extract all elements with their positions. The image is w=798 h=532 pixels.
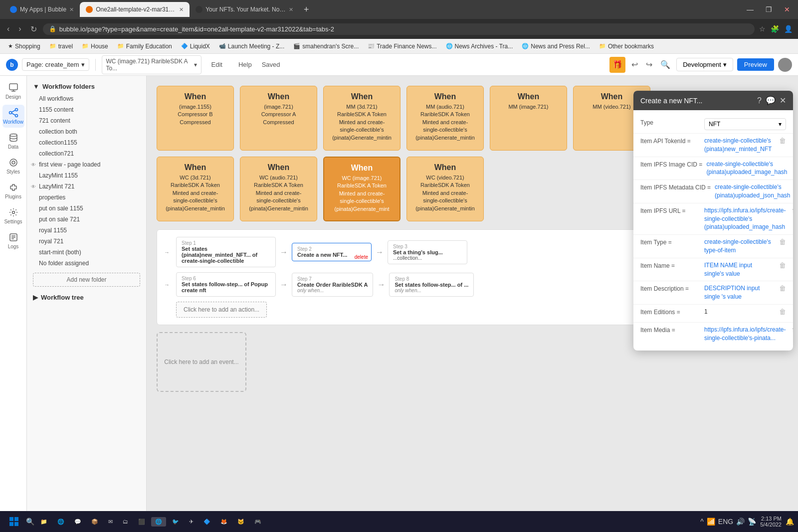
bookmark-star-icon[interactable]: ☆ <box>758 23 767 34</box>
wf-card-image1155-compressor-b[interactable]: When (image.1155)Compressor BCompressed <box>157 86 234 151</box>
modal-delete-7[interactable]: 🗑 <box>779 308 786 316</box>
tray-volume-icon[interactable]: 🔊 <box>736 518 745 526</box>
step-box-7[interactable]: Step 7 Create Order RaribleSDK A only wh… <box>292 273 373 297</box>
wc-selector[interactable]: WC (image.721) RaribleSDK A To... ▾ <box>102 55 201 74</box>
bookmark-launch-meeting[interactable]: 📹 Launch Meeting - Z... <box>215 42 288 51</box>
extensions-icon[interactable]: 🧩 <box>769 23 781 34</box>
put-on-sale-1155-lock-icon[interactable]: 🔒 <box>133 205 140 212</box>
collection-both-lock-icon[interactable]: 🔒 <box>133 129 140 135</box>
f721-edit-icon[interactable]: ✏ <box>127 118 131 124</box>
workflow-folders-header[interactable]: ▼ Workflow folders <box>27 80 146 93</box>
step-box-2[interactable]: Step 2 Create a new NFT... delete <box>292 243 372 261</box>
taskbar-icon-1[interactable]: 🔷 <box>200 517 214 527</box>
reload-button[interactable]: ↻ <box>27 22 40 36</box>
f1155-edit-icon[interactable]: ✏ <box>127 107 131 113</box>
tab-2[interactable]: One2all-template-v2-mar312022... ✕ <box>80 2 190 17</box>
profile-icon[interactable]: 👤 <box>783 23 794 34</box>
sidebar-item-collection-both[interactable]: collection both ✏ 🔒 <box>27 126 146 137</box>
minimize-button[interactable]: — <box>743 3 758 15</box>
modal-value-7[interactable]: 1 <box>704 308 773 316</box>
taskbar-telegram[interactable]: ✈ <box>185 517 198 527</box>
sidebar-item-collection1155[interactable]: collection1155 ✏ 🔒 <box>27 137 146 148</box>
wf-card-wc-3d721[interactable]: When WC (3d.721)RaribleSDK A TokenMinted… <box>157 157 234 221</box>
add-event-placeholder[interactable]: Click here to add an event... <box>157 332 246 392</box>
f721-lock-icon[interactable]: 🔒 <box>133 118 140 124</box>
taskbar-search-icon[interactable]: 🔍 <box>26 518 34 526</box>
bookmark-trade-finance[interactable]: 📰 Trade Finance News... <box>364 42 440 51</box>
wf-card-wc-image721-active[interactable]: When WC (image.721)RaribleSDK A TokenMin… <box>323 157 400 221</box>
sidebar-item-put-on-sale-721[interactable]: put on sale 721 ✏ 🔒 <box>27 214 146 225</box>
taskbar-icon-2[interactable]: 🦊 <box>216 517 231 527</box>
royal1155-lock-icon[interactable]: 🔒 <box>133 227 140 234</box>
sidebar-item-design[interactable]: Design <box>2 80 24 103</box>
taskbar-apps[interactable]: ⬛ <box>134 517 149 527</box>
step-box-3[interactable]: Step 3 Set a thing's slug... ...collecti… <box>388 240 467 264</box>
taskbar-icon-3[interactable]: 🐱 <box>233 517 248 527</box>
tab-2-close[interactable]: ✕ <box>179 6 184 13</box>
f1155-lock-icon[interactable]: 🔒 <box>133 107 140 113</box>
sidebar-item-put-on-sale-1155[interactable]: put on sale 1155 ✏ 🔒 <box>27 203 146 214</box>
modal-help-button[interactable]: ? <box>757 96 762 105</box>
step2-delete[interactable]: delete <box>355 254 368 260</box>
wf-card-mm-image721[interactable]: When MM (image.721) <box>490 86 567 151</box>
taskbar-mail[interactable]: ✉ <box>104 517 117 527</box>
sidebar-item-721-content[interactable]: 721 content ✏ 🔒 <box>27 115 146 126</box>
modal-close-button[interactable]: ✕ <box>780 96 786 105</box>
sidebar-item-properties[interactable]: properties ✏ 🔒 <box>27 192 146 203</box>
bookmark-press[interactable]: 🌐 News and Press Rel... <box>518 42 594 51</box>
sidebar-item-plugins[interactable]: Plugins <box>2 179 24 202</box>
sidebar-item-first-view[interactable]: 👁 first view - page loaded ✏ 🔒 <box>27 159 146 170</box>
lazymint721-lock-icon[interactable]: 🔒 <box>133 183 140 190</box>
sidebar-item-start-mint-both[interactable]: start-mint (both) ✏ 🔒 <box>27 247 146 258</box>
tab-3[interactable]: Your NFTs. Your Market. No Code... ✕ <box>190 2 299 17</box>
sidebar-item-1155-content[interactable]: 1155 content ✏ 🔒 <box>27 104 146 115</box>
taskbar-files[interactable]: 🗂 <box>119 517 132 526</box>
bookmark-travel[interactable]: 📁 travel <box>45 42 77 51</box>
sidebar-item-data[interactable]: Data <box>2 130 24 153</box>
url-bar[interactable]: 🔒 bubble.io/page?type=page&name=create_i… <box>43 23 755 35</box>
taskbar-twitter[interactable]: 🐦 <box>168 517 183 527</box>
bookmark-shopping[interactable]: ★ Shopping <box>4 42 44 51</box>
modal-delete-8[interactable]: 🗑 <box>792 326 793 334</box>
undo-button[interactable]: ↩ <box>629 58 640 71</box>
tray-wifi-icon[interactable]: 📡 <box>748 518 756 526</box>
lazymint1155-lock-icon[interactable]: 🔒 <box>133 173 140 179</box>
modal-value-2[interactable]: create-single-collectible's (pinata)uplo… <box>715 183 790 200</box>
step-box-6[interactable]: Step 6 Set states follow-step... of Popu… <box>176 272 276 297</box>
back-button[interactable]: ‹ <box>4 22 12 35</box>
wf-card-wc-video721[interactable]: When WC (video.721)RaribleSDK A TokenMin… <box>406 157 484 221</box>
help-button[interactable]: Help <box>232 58 258 71</box>
add-action-button[interactable]: Click here to add an action... <box>176 302 267 318</box>
wf-card-image721-compressor-a[interactable]: When (image.721)Compressor ACompressed <box>240 86 317 151</box>
bookmark-smahendran[interactable]: 🎬 smahendran's Scre... <box>289 42 363 51</box>
user-avatar[interactable] <box>778 58 792 72</box>
step-box-1[interactable]: Step 1 Set states (pinata)new_minted_NFT… <box>176 237 276 267</box>
modal-value-3[interactable]: https://ipfs.infura.io/ipfs/create-singl… <box>704 206 786 231</box>
step-box-8[interactable]: Step 8 Set states follow-step... of ... … <box>389 273 474 297</box>
modal-value-5[interactable]: ITEM NAME input single's value <box>704 261 773 278</box>
royal721-lock-icon[interactable]: 🔒 <box>133 238 140 245</box>
put-on-sale-1155-edit-icon[interactable]: ✏ <box>127 205 131 212</box>
tray-notification-icon[interactable]: 🔔 <box>786 518 794 526</box>
bookmark-liquidx[interactable]: 🔷 LiquidX <box>177 42 214 51</box>
modal-delete-6[interactable]: 🗑 <box>779 284 786 292</box>
forward-button[interactable]: › <box>15 22 24 35</box>
modal-delete-4[interactable]: 🗑 <box>779 238 786 246</box>
redo-button[interactable]: ↪ <box>644 58 654 71</box>
new-tab-button[interactable]: + <box>299 2 313 16</box>
modal-delete-0[interactable]: 🗑 <box>779 137 786 145</box>
tray-chevron-icon[interactable]: ^ <box>700 518 704 526</box>
gift-button[interactable]: 🎁 <box>609 57 625 73</box>
wf-card-wc-audio721[interactable]: When WC (audio.721)RaribleSDK A TokenMin… <box>240 157 317 221</box>
sidebar-item-collection721[interactable]: collection721 ✏ 🔒 <box>27 148 146 159</box>
first-view-edit-icon[interactable]: ✏ <box>127 162 131 168</box>
properties-lock-icon[interactable]: 🔒 <box>133 194 140 201</box>
collection721-lock-icon[interactable]: 🔒 <box>133 151 140 157</box>
modal-delete-3[interactable]: 🗑 <box>792 206 793 214</box>
put-on-sale-721-lock-icon[interactable]: 🔒 <box>133 216 140 223</box>
bookmark-news-archives[interactable]: 🌐 News Archives - Tra... <box>442 42 517 51</box>
workflow-tree-header[interactable]: ▶ Workflow tree <box>27 291 146 304</box>
start-button[interactable] <box>4 513 24 531</box>
modal-value-8[interactable]: https://ipfs.infura.io/ipfs/create-singl… <box>704 326 786 343</box>
preview-button[interactable]: Preview <box>737 58 774 71</box>
